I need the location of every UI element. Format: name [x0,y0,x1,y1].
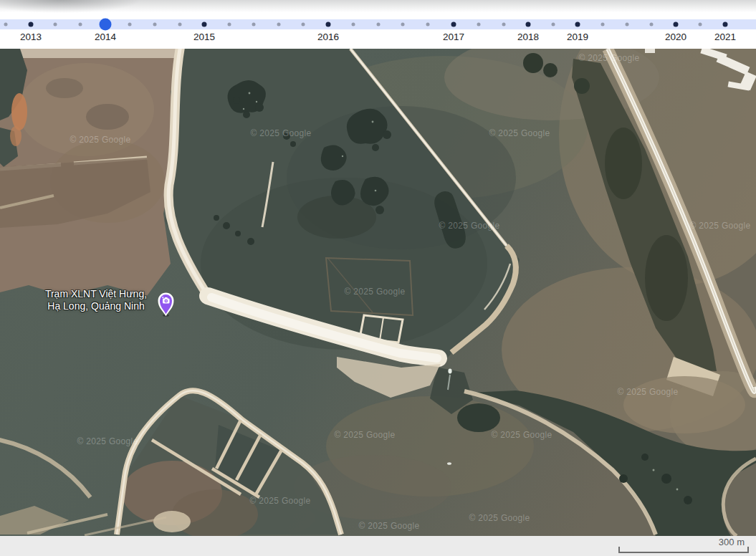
timeline-dot-2015[interactable] [202,22,207,27]
timeline-dot[interactable] [650,23,654,27]
timeline-dot-2018[interactable] [526,22,531,27]
timeline-dot[interactable] [377,23,381,27]
timeline-year-label: 2021 [714,32,736,42]
timeline-dot[interactable] [601,23,605,27]
historical-imagery-view: 201320142015201620172018201920202021 [0,0,756,556]
timeline-dot[interactable] [477,23,481,27]
timeline-dot[interactable] [401,23,405,27]
timeline-dot[interactable] [277,23,281,27]
timeline-dot[interactable] [426,23,430,27]
timeline-year-label: 2018 [517,32,539,42]
timeline-year-label: 2020 [665,32,686,42]
timeline-dot[interactable] [552,23,555,27]
timeline-dot-2016[interactable] [326,22,331,27]
timeline-year-label: 2016 [317,32,339,42]
timeline-dot-2017[interactable] [451,22,456,27]
satellite-map-canvas[interactable]: © 2025 Google© 2025 Google© 2025 Google©… [0,49,756,536]
timeline-dot[interactable] [178,23,182,27]
imagery-timeline: 201320142015201620172018201920202021 [0,0,756,49]
map-footer: 300 m [0,536,756,556]
timeline-year-label: 2013 [20,32,42,42]
timeline-dot[interactable] [4,23,8,27]
timeline-dot[interactable] [228,23,231,27]
timeline-dot[interactable] [502,23,506,27]
timeline-dot[interactable] [626,23,629,27]
timeline-dot-2014[interactable] [100,19,112,31]
timeline-dot-2019[interactable] [575,22,580,27]
timeline-dot[interactable] [302,23,305,27]
top-scroll-shadow [0,0,756,16]
timeline-dot[interactable] [699,23,702,27]
timeline-year-label: 2014 [95,32,116,42]
camera-poi-icon [156,291,176,317]
timeline-dot[interactable] [153,23,157,27]
timeline-year-label: 2019 [567,32,588,42]
timeline-dot[interactable] [128,23,132,27]
west-mudflat [0,49,186,296]
timeline-dot-2013[interactable] [29,22,34,27]
scale-bar [618,547,749,553]
timeline-dot[interactable] [54,23,57,27]
place-marker-pin[interactable] [156,291,176,317]
timeline-dot[interactable] [79,23,82,27]
satellite-imagery [0,49,756,536]
timeline-year-label: 2015 [193,32,215,42]
timeline-dot-2021[interactable] [723,22,728,27]
timeline-year-label: 2017 [443,32,464,42]
timeline-dot[interactable] [352,23,355,27]
timeline-dot-2020[interactable] [674,22,679,27]
timeline-dot[interactable] [252,23,256,27]
scale-label: 300 m [719,537,745,547]
